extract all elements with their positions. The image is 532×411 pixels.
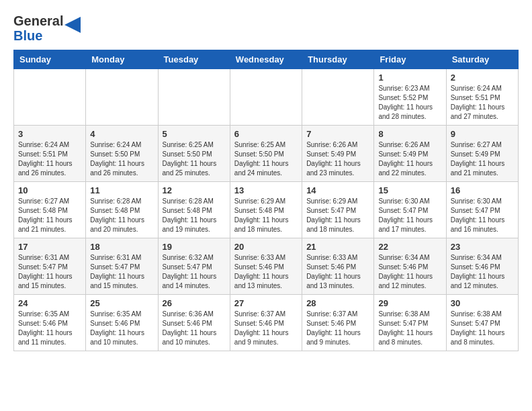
calendar-day-20: 20Sunrise: 6:33 AM Sunset: 5:46 PM Dayli…: [230, 238, 302, 295]
day-info: Sunrise: 6:29 AM Sunset: 5:47 PM Dayligh…: [306, 197, 369, 234]
day-number: 3: [18, 129, 81, 139]
calendar-week-row: 17Sunrise: 6:31 AM Sunset: 5:47 PM Dayli…: [14, 238, 519, 295]
day-number: 14: [306, 185, 369, 195]
day-info: Sunrise: 6:32 AM Sunset: 5:47 PM Dayligh…: [163, 253, 226, 291]
day-number: 24: [18, 298, 81, 308]
day-info: Sunrise: 6:38 AM Sunset: 5:47 PM Dayligh…: [378, 310, 441, 347]
weekday-header-tuesday: Tuesday: [158, 50, 230, 69]
calendar-day-14: 14Sunrise: 6:29 AM Sunset: 5:47 PM Dayli…: [302, 182, 374, 238]
day-info: Sunrise: 6:30 AM Sunset: 5:47 PM Dayligh…: [451, 197, 514, 234]
calendar-day-17: 17Sunrise: 6:31 AM Sunset: 5:47 PM Dayli…: [14, 238, 86, 295]
day-info: Sunrise: 6:28 AM Sunset: 5:48 PM Dayligh…: [90, 197, 153, 234]
calendar-empty-cell: [302, 69, 374, 126]
day-info: Sunrise: 6:37 AM Sunset: 5:46 PM Dayligh…: [306, 310, 369, 347]
calendar-day-5: 5Sunrise: 6:25 AM Sunset: 5:50 PM Daylig…: [158, 126, 230, 182]
calendar-table: SundayMondayTuesdayWednesdayThursdayFrid…: [13, 50, 519, 351]
day-info: Sunrise: 6:24 AM Sunset: 5:51 PM Dayligh…: [18, 140, 81, 178]
logo-blue: Blue: [13, 28, 42, 43]
day-number: 22: [378, 242, 441, 252]
day-number: 25: [90, 298, 153, 308]
day-info: Sunrise: 6:24 AM Sunset: 5:51 PM Dayligh…: [451, 84, 514, 122]
day-info: Sunrise: 6:24 AM Sunset: 5:50 PM Dayligh…: [90, 140, 153, 178]
calendar-day-16: 16Sunrise: 6:30 AM Sunset: 5:47 PM Dayli…: [446, 182, 518, 238]
day-info: Sunrise: 6:25 AM Sunset: 5:50 PM Dayligh…: [234, 140, 298, 178]
calendar-day-18: 18Sunrise: 6:31 AM Sunset: 5:47 PM Dayli…: [86, 238, 158, 295]
calendar-week-row: 3Sunrise: 6:24 AM Sunset: 5:51 PM Daylig…: [14, 126, 519, 182]
day-info: Sunrise: 6:36 AM Sunset: 5:46 PM Dayligh…: [163, 310, 226, 347]
day-info: Sunrise: 6:37 AM Sunset: 5:46 PM Dayligh…: [234, 310, 298, 347]
day-number: 8: [378, 129, 441, 139]
calendar-day-27: 27Sunrise: 6:37 AM Sunset: 5:46 PM Dayli…: [230, 295, 302, 351]
day-number: 19: [163, 242, 226, 252]
day-number: 27: [234, 298, 298, 308]
day-number: 26: [163, 298, 226, 308]
calendar-empty-cell: [86, 69, 158, 126]
day-info: Sunrise: 6:27 AM Sunset: 5:49 PM Dayligh…: [451, 140, 514, 178]
calendar-empty-cell: [230, 69, 302, 126]
day-number: 20: [234, 242, 298, 252]
weekday-header-row: SundayMondayTuesdayWednesdayThursdayFrid…: [14, 50, 519, 69]
weekday-header-saturday: Saturday: [446, 50, 518, 69]
day-info: Sunrise: 6:33 AM Sunset: 5:46 PM Dayligh…: [234, 253, 298, 291]
logo-arrow-icon: [64, 17, 81, 33]
day-info: Sunrise: 6:31 AM Sunset: 5:47 PM Dayligh…: [18, 253, 81, 291]
calendar-week-row: 1Sunrise: 6:23 AM Sunset: 5:52 PM Daylig…: [14, 69, 519, 126]
calendar-day-15: 15Sunrise: 6:30 AM Sunset: 5:47 PM Dayli…: [374, 182, 446, 238]
calendar-empty-cell: [158, 69, 230, 126]
calendar-day-1: 1Sunrise: 6:23 AM Sunset: 5:52 PM Daylig…: [374, 69, 446, 126]
weekday-header-thursday: Thursday: [302, 50, 374, 69]
day-info: Sunrise: 6:33 AM Sunset: 5:46 PM Dayligh…: [306, 253, 369, 291]
weekday-header-monday: Monday: [86, 50, 158, 69]
calendar-day-13: 13Sunrise: 6:29 AM Sunset: 5:48 PM Dayli…: [230, 182, 302, 238]
weekday-header-wednesday: Wednesday: [230, 50, 302, 69]
day-number: 5: [163, 129, 226, 139]
day-info: Sunrise: 6:28 AM Sunset: 5:48 PM Dayligh…: [163, 197, 226, 234]
calendar-day-9: 9Sunrise: 6:27 AM Sunset: 5:49 PM Daylig…: [446, 126, 518, 182]
day-number: 29: [378, 298, 441, 308]
day-info: Sunrise: 6:31 AM Sunset: 5:47 PM Dayligh…: [90, 253, 153, 291]
day-info: Sunrise: 6:26 AM Sunset: 5:49 PM Dayligh…: [306, 140, 369, 178]
calendar-day-8: 8Sunrise: 6:26 AM Sunset: 5:49 PM Daylig…: [374, 126, 446, 182]
calendar-day-26: 26Sunrise: 6:36 AM Sunset: 5:46 PM Dayli…: [158, 295, 230, 351]
day-number: 17: [18, 242, 81, 252]
day-info: Sunrise: 6:35 AM Sunset: 5:46 PM Dayligh…: [18, 310, 81, 347]
calendar-day-30: 30Sunrise: 6:38 AM Sunset: 5:47 PM Dayli…: [446, 295, 518, 351]
day-number: 10: [18, 185, 81, 195]
calendar-day-10: 10Sunrise: 6:27 AM Sunset: 5:48 PM Dayli…: [14, 182, 86, 238]
day-number: 18: [90, 242, 153, 252]
day-number: 28: [306, 298, 369, 308]
page-header: General Blue: [13, 13, 519, 43]
calendar-day-23: 23Sunrise: 6:34 AM Sunset: 5:46 PM Dayli…: [446, 238, 518, 295]
day-number: 6: [234, 129, 298, 139]
calendar-day-19: 19Sunrise: 6:32 AM Sunset: 5:47 PM Dayli…: [158, 238, 230, 295]
day-number: 1: [378, 73, 441, 83]
day-info: Sunrise: 6:29 AM Sunset: 5:48 PM Dayligh…: [234, 197, 298, 234]
day-number: 30: [451, 298, 514, 308]
calendar-week-row: 24Sunrise: 6:35 AM Sunset: 5:46 PM Dayli…: [14, 295, 519, 351]
day-info: Sunrise: 6:35 AM Sunset: 5:46 PM Dayligh…: [90, 310, 153, 347]
day-number: 4: [90, 129, 153, 139]
calendar-empty-cell: [14, 69, 86, 126]
calendar-day-2: 2Sunrise: 6:24 AM Sunset: 5:51 PM Daylig…: [446, 69, 518, 126]
logo-general: General: [13, 13, 63, 28]
day-number: 16: [451, 185, 514, 195]
day-number: 2: [451, 73, 514, 83]
logo: General Blue: [13, 13, 81, 43]
day-number: 11: [90, 185, 153, 195]
day-info: Sunrise: 6:34 AM Sunset: 5:46 PM Dayligh…: [451, 253, 514, 291]
calendar-day-7: 7Sunrise: 6:26 AM Sunset: 5:49 PM Daylig…: [302, 126, 374, 182]
day-info: Sunrise: 6:26 AM Sunset: 5:49 PM Dayligh…: [378, 140, 441, 178]
day-info: Sunrise: 6:27 AM Sunset: 5:48 PM Dayligh…: [18, 197, 81, 234]
calendar-day-24: 24Sunrise: 6:35 AM Sunset: 5:46 PM Dayli…: [14, 295, 86, 351]
calendar-day-22: 22Sunrise: 6:34 AM Sunset: 5:46 PM Dayli…: [374, 238, 446, 295]
calendar-day-4: 4Sunrise: 6:24 AM Sunset: 5:50 PM Daylig…: [86, 126, 158, 182]
weekday-header-sunday: Sunday: [14, 50, 86, 69]
calendar-day-11: 11Sunrise: 6:28 AM Sunset: 5:48 PM Dayli…: [86, 182, 158, 238]
day-info: Sunrise: 6:30 AM Sunset: 5:47 PM Dayligh…: [378, 197, 441, 234]
day-info: Sunrise: 6:25 AM Sunset: 5:50 PM Dayligh…: [163, 140, 226, 178]
day-number: 23: [451, 242, 514, 252]
day-number: 15: [378, 185, 441, 195]
calendar-day-25: 25Sunrise: 6:35 AM Sunset: 5:46 PM Dayli…: [86, 295, 158, 351]
calendar-day-6: 6Sunrise: 6:25 AM Sunset: 5:50 PM Daylig…: [230, 126, 302, 182]
day-number: 12: [163, 185, 226, 195]
